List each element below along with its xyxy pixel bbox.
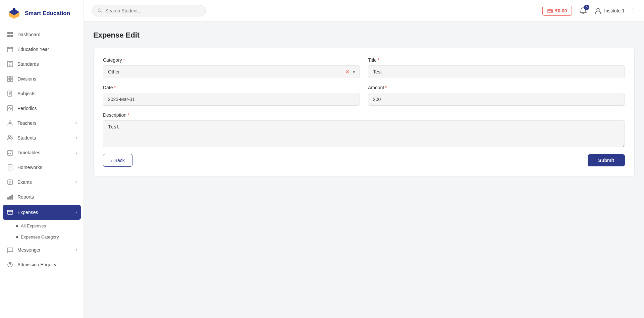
header: ₹0.00 0 Institute 1 ⋮ [84,0,644,21]
title-input[interactable] [368,65,625,78]
sidebar-item-homeworks[interactable]: Homeworks [0,160,84,175]
chevron-down-icon: ‹ [75,136,77,140]
svg-rect-10 [7,79,10,82]
sidebar-item-divisions[interactable]: Divisions [0,71,84,86]
sidebar-item-periodics[interactable]: Periodics [0,101,84,116]
divisions-icon [7,75,13,82]
calendar-icon [7,46,13,53]
svg-point-26 [10,213,11,214]
chevron-down-icon: ‹ [75,121,77,125]
search-input[interactable] [105,8,200,13]
sidebar-item-exams[interactable]: Exams ‹ [0,175,84,190]
chevron-down-icon: ‹ [75,150,77,155]
description-group: Description* [103,112,625,147]
title-label: Title* [368,57,625,63]
required-star: * [123,57,125,63]
description-textarea[interactable] [103,120,625,147]
svg-rect-8 [7,76,10,78]
sidebar-item-standards[interactable]: Standards [0,57,84,71]
chevron-down-icon[interactable]: ▼ [352,69,356,74]
more-options-button[interactable]: ⋮ [630,7,636,14]
teachers-icon [7,120,13,126]
svg-rect-4 [7,35,10,37]
sidebar-item-students[interactable]: Students ‹ [0,130,84,145]
required-star: * [114,85,116,90]
notification-button[interactable]: 0 [577,5,589,17]
sidebar-item-label: Standards [17,61,39,67]
sub-dot-icon [16,225,18,227]
reports-icon [7,194,13,200]
sidebar-sub-item-label: Expenses Category [21,234,59,240]
sidebar-item-label: Exams [17,179,32,185]
form-actions: ‹ Back Submit [103,154,625,167]
sidebar-item-label: Dashboard [17,32,41,37]
svg-point-1 [13,8,15,11]
form-row-2: Date* Amount* [103,85,625,106]
wallet-button[interactable]: ₹0.00 [542,6,572,16]
sidebar-sub-item-expenses-category[interactable]: Expenses Category [0,231,84,243]
wallet-icon [547,8,553,13]
exams-icon [7,179,13,186]
search-icon [98,8,103,13]
page-content: Expense Edit Category* Other ✕ ▼ [84,21,644,318]
logo-icon [7,6,21,21]
sidebar-item-label: Timetables [17,150,40,155]
sidebar-item-admission-enquiry[interactable]: Admission Enquiry [0,257,84,272]
messenger-icon [7,247,13,253]
chevron-down-icon: ‹ [75,248,77,252]
logo-text: Smart Education [25,10,70,17]
sidebar-item-timetables[interactable]: Timetables ‹ [0,145,84,160]
svg-rect-19 [10,153,11,154]
title-group: Title* [368,57,625,78]
grid-icon [7,31,13,38]
select-actions: ✕ ▼ [345,69,360,75]
expense-edit-form: Category* Other ✕ ▼ Title* [93,48,635,176]
sidebar: Smart Education Dashboard Education Year… [0,0,84,318]
select-clear-icon[interactable]: ✕ [345,69,350,75]
form-row-1: Category* Other ✕ ▼ Title* [103,57,625,78]
category-label: Category* [103,57,360,63]
sidebar-item-label: Education Year [17,47,49,52]
user-menu-button[interactable]: Institute 1 [595,7,625,14]
sidebar-item-reports[interactable]: Reports [0,190,84,204]
periodics-icon [7,105,13,112]
svg-point-15 [8,136,10,138]
required-star: * [378,57,379,63]
svg-point-16 [11,136,12,137]
svg-rect-23 [9,196,11,200]
wallet-amount: ₹0.00 [555,8,567,13]
search-box[interactable] [92,5,206,16]
amount-input[interactable] [368,93,625,106]
standards-icon [7,61,13,67]
date-group: Date* [103,85,360,106]
back-arrow-icon: ‹ [111,158,112,163]
sidebar-item-teachers[interactable]: Teachers ‹ [0,116,84,130]
sidebar-item-label: Students [17,135,36,141]
svg-rect-12 [8,91,12,96]
category-select[interactable]: Other ✕ ▼ [103,65,360,78]
category-group: Category* Other ✕ ▼ [103,57,360,78]
sidebar-item-dashboard[interactable]: Dashboard [0,27,84,42]
svg-rect-22 [7,197,9,200]
notification-badge: 0 [584,5,589,10]
timetables-icon [7,149,13,156]
back-button[interactable]: ‹ Back [103,154,132,167]
sidebar-item-subjects[interactable]: Subjects [0,86,84,101]
description-label: Description* [103,112,625,118]
svg-point-28 [10,266,10,267]
amount-group: Amount* [368,85,625,106]
homeworks-icon [7,164,13,171]
svg-rect-17 [7,151,13,155]
sidebar-item-messenger[interactable]: Messenger ‹ [0,243,84,257]
sidebar-item-label: Divisions [17,76,36,82]
sidebar-item-label: Admission Enquiry [17,262,56,267]
sidebar-sub-item-all-expenses[interactable]: All Expenses [0,220,84,231]
svg-rect-20 [8,165,12,170]
svg-rect-2 [7,32,10,34]
date-input[interactable] [103,93,360,106]
submit-button[interactable]: Submit [588,154,625,166]
sidebar-item-expenses[interactable]: Expenses › [3,205,81,220]
svg-rect-5 [10,35,13,37]
sidebar-item-education-year[interactable]: Education Year [0,42,84,57]
students-icon [7,135,13,141]
